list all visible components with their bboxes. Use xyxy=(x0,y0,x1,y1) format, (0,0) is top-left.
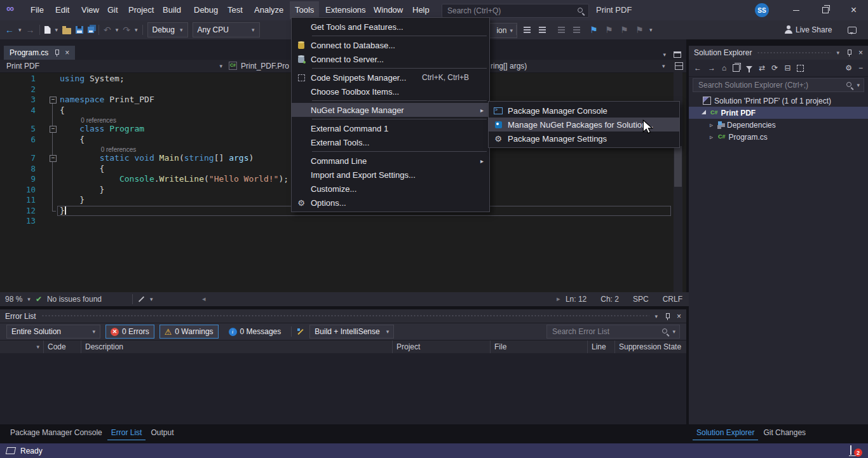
save-icon[interactable] xyxy=(76,26,83,34)
health-status[interactable]: No issues found xyxy=(47,295,102,304)
bookmark-toggle-icon[interactable]: ⚑ xyxy=(590,23,598,37)
error-list-body[interactable] xyxy=(0,353,686,424)
close-window-button[interactable]: × xyxy=(839,0,868,20)
menu-item-customize[interactable]: Customize... xyxy=(292,182,489,196)
redo-icon[interactable]: ↷ xyxy=(123,25,130,34)
error-list-header[interactable]: Error List ▾ × xyxy=(0,309,686,323)
save-all-icon[interactable] xyxy=(88,27,94,33)
menu-tools[interactable]: Tools xyxy=(290,1,319,19)
redo-dropdown-icon[interactable]: ▾ xyxy=(135,27,138,33)
panel-tab-git-changes[interactable]: Git Changes xyxy=(759,424,810,440)
error-scope-combo[interactable]: Entire Solution ▾ xyxy=(6,325,100,339)
comment-icon[interactable] xyxy=(558,23,565,37)
background-tasks-icon[interactable] xyxy=(6,447,16,454)
active-files-dropdown-icon[interactable]: ▾ xyxy=(663,51,666,58)
column-header-line[interactable]: Line xyxy=(588,340,615,353)
menu-analyze[interactable]: Analyze xyxy=(249,1,288,19)
menu-item-external-command-1[interactable]: External Command 1 xyxy=(292,121,489,135)
pin-icon[interactable] xyxy=(53,49,60,57)
menu-item-options[interactable]: Options... xyxy=(292,196,489,210)
new-file-dropdown-icon[interactable]: ▾ xyxy=(55,27,58,33)
expander-collapsed-icon[interactable]: ▹ xyxy=(708,133,715,140)
severity-column-header[interactable]: ▾ xyxy=(0,340,44,353)
error-list-search-input[interactable] xyxy=(551,327,658,337)
fold-collapse-icon[interactable]: − xyxy=(50,126,57,133)
menu-git[interactable]: Git xyxy=(102,1,123,19)
panel-tab-output[interactable]: Output xyxy=(147,424,177,440)
indent-increase-icon[interactable] xyxy=(539,23,546,37)
toolbar-overflow-icon[interactable]: ▾ xyxy=(649,23,653,37)
error-list-search[interactable]: ▾ xyxy=(546,325,680,339)
panel-tab-error-list[interactable]: Error List xyxy=(107,424,146,440)
tree-item-print-pdf[interactable]: C#Print PDF xyxy=(689,107,868,119)
solution-platform-combo[interactable]: Any CPU ▾ xyxy=(193,22,260,37)
menu-extensions[interactable]: Extensions xyxy=(320,1,371,19)
zoom-level[interactable]: 98 % xyxy=(5,295,22,304)
collapse-all-icon[interactable]: ⊟ xyxy=(784,64,790,72)
indent-decrease-icon[interactable] xyxy=(524,23,531,37)
column-header-file[interactable]: File xyxy=(491,340,588,353)
menu-item-command-line[interactable]: Command Line▸ xyxy=(292,154,489,168)
column-header-description[interactable]: Description xyxy=(81,340,393,353)
float-window-icon[interactable] xyxy=(674,51,681,58)
column-header-project[interactable]: Project xyxy=(393,340,491,353)
menu-item-get-tools-and-features[interactable]: Get Tools and Features... xyxy=(292,20,489,34)
wrench-icon[interactable]: ⚙ xyxy=(845,64,852,72)
menu-item-package-manager-console[interactable]: Package Manager Console xyxy=(489,104,679,118)
close-icon[interactable]: × xyxy=(65,49,69,57)
menu-window[interactable]: Window xyxy=(369,1,408,19)
navigate-back-dropdown-icon[interactable]: ▾ xyxy=(18,27,22,33)
switch-views-icon[interactable] xyxy=(733,64,740,72)
zoom-dropdown-icon[interactable]: ▾ xyxy=(27,296,31,302)
solution-explorer-header[interactable]: Solution Explorer ▾ × xyxy=(689,46,868,60)
forward-icon[interactable]: → xyxy=(708,64,715,72)
uncomment-icon[interactable] xyxy=(573,23,580,37)
messages-toggle[interactable]: i 0 Messages xyxy=(224,325,287,339)
solution-explorer-search[interactable]: ▾ xyxy=(693,78,864,92)
menu-item-connect-to-server[interactable]: Connect to Server... xyxy=(292,52,489,66)
fold-collapse-icon[interactable]: − xyxy=(50,155,57,162)
close-icon[interactable]: × xyxy=(677,313,681,320)
menu-item-connect-to-database[interactable]: Connect to Database... xyxy=(292,38,489,52)
open-folder-icon[interactable] xyxy=(62,28,71,34)
notifications-button[interactable]: 2 xyxy=(850,446,851,455)
menu-file[interactable]: File xyxy=(25,1,49,19)
navigate-forward-icon[interactable]: → xyxy=(26,25,35,34)
hscroll-right-icon[interactable]: ▸ xyxy=(557,295,560,303)
navigate-back-icon[interactable]: ← xyxy=(5,25,14,34)
solution-explorer-search-input[interactable] xyxy=(697,80,843,90)
quick-search-input[interactable] xyxy=(446,6,577,16)
tab-program-cs[interactable]: Program.cs × xyxy=(4,46,75,60)
pin-icon[interactable] xyxy=(846,49,852,57)
bookmark-clear-icon[interactable]: ⚑ xyxy=(635,23,644,37)
sync-icon[interactable]: ⇄ xyxy=(759,64,765,72)
breadcrumb-member-dropdown[interactable]: ▾ xyxy=(662,60,665,72)
menu-project[interactable]: Project xyxy=(123,1,159,19)
breadcrumb-file[interactable]: C# Print_PDF.Pro xyxy=(229,60,289,72)
menu-item-choose-toolbox-items[interactable]: Choose Toolbox Items... xyxy=(292,84,489,98)
filter-wand-icon[interactable] xyxy=(297,328,304,335)
line-ending-indicator[interactable]: CRLF xyxy=(663,295,682,304)
menu-debug[interactable]: Debug xyxy=(189,1,223,19)
errors-toggle[interactable]: ✕ 0 Errors xyxy=(105,325,154,339)
minimize-button[interactable] xyxy=(782,0,810,20)
split-editor-icon[interactable] xyxy=(675,60,683,72)
breadcrumb-member[interactable]: ring[] args) xyxy=(491,60,527,72)
new-file-icon[interactable] xyxy=(44,26,51,34)
code-line-13[interactable]: 13 xyxy=(0,216,686,227)
build-filter-combo[interactable]: Build + IntelliSense ▾ xyxy=(309,325,394,339)
menu-edit[interactable]: Edit xyxy=(50,1,74,19)
menu-item-nuget-package-manager[interactable]: NuGet Package Manager▸ xyxy=(292,103,489,117)
column-header-suppression-state[interactable]: Suppression State xyxy=(615,340,686,353)
refresh-icon[interactable]: ⟳ xyxy=(771,64,778,72)
panel-tab-solution-explorer[interactable]: Solution Explorer xyxy=(693,424,758,440)
warnings-toggle[interactable]: ⚠ 0 Warnings xyxy=(159,325,219,339)
menu-item-import-and-export-settings[interactable]: Import and Export Settings... xyxy=(292,168,489,182)
scrollbar-thumb[interactable] xyxy=(674,146,682,187)
menu-item-external-tools[interactable]: External Tools... xyxy=(292,135,489,149)
undo-icon[interactable]: ↶ xyxy=(104,25,111,34)
menu-test[interactable]: Test xyxy=(222,1,248,19)
live-share-button[interactable]: Live Share xyxy=(787,23,832,37)
home-icon[interactable]: ⌂ xyxy=(722,64,726,72)
column-header-code[interactable]: Code xyxy=(44,340,81,353)
